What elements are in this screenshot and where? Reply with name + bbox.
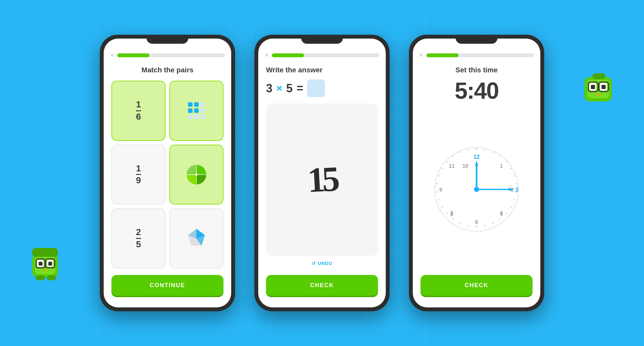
phone-bottom-2: CHECK <box>258 275 386 307</box>
fraction-numerator: 1 <box>136 164 141 175</box>
phone-1: × Match the pairs 1 6 <box>100 35 235 311</box>
svg-point-14 <box>510 168 512 169</box>
diamond-icon <box>185 227 208 250</box>
pair-card-fraction-2-5[interactable]: 2 5 <box>111 208 166 269</box>
svg-point-25 <box>468 225 469 226</box>
svg-point-35 <box>446 161 448 163</box>
handwritten-answer: 15 <box>307 159 338 201</box>
phone-bottom-1: CONTINUE <box>104 275 231 307</box>
svg-point-33 <box>438 175 440 177</box>
grid-dot <box>194 108 199 113</box>
svg-point-21 <box>499 218 501 220</box>
svg-text:11: 11 <box>449 163 455 169</box>
continue-button[interactable]: CONTINUE <box>111 275 223 296</box>
notch-2 <box>301 35 343 44</box>
svg-point-28 <box>446 213 448 214</box>
svg-point-27 <box>452 218 454 220</box>
write-title: Write the answer <box>266 66 378 74</box>
fraction-denominator: 6 <box>136 112 141 122</box>
fraction-numerator: 1 <box>136 100 141 111</box>
fraction-1-6: 1 6 <box>136 100 141 122</box>
fraction-denominator: 9 <box>136 176 141 186</box>
svg-point-30 <box>438 199 440 200</box>
progress-bar-fill-1 <box>117 53 149 57</box>
cube-left <box>29 243 68 282</box>
fraction-2-5: 2 5 <box>136 227 141 250</box>
pair-card-diamond[interactable] <box>169 208 223 269</box>
eq-eq: = <box>297 82 303 95</box>
svg-point-29 <box>441 206 443 208</box>
progress-bar-bg-2 <box>272 53 379 57</box>
svg-point-12 <box>499 156 501 157</box>
eq-mid: 5 <box>286 82 293 95</box>
svg-text:3: 3 <box>515 187 518 193</box>
close-button-2[interactable]: × <box>265 51 269 59</box>
svg-point-20 <box>506 213 507 214</box>
phone-3: × Set this time 5:40 <box>409 35 544 311</box>
content-2: Write the answer 3 × 5 = 15 ↺ UNDO <box>258 63 386 275</box>
svg-point-31 <box>436 191 438 193</box>
grid-dot-empty <box>200 114 205 119</box>
svg-point-26 <box>459 223 461 224</box>
grid-dot <box>194 102 199 107</box>
svg-point-53 <box>474 187 479 192</box>
grid-dot-empty <box>188 114 193 119</box>
check-button-3[interactable]: CHECK <box>421 275 533 296</box>
check-button-2[interactable]: CHECK <box>266 275 378 296</box>
svg-point-16 <box>516 183 517 184</box>
svg-rect-61 <box>48 262 52 266</box>
svg-point-15 <box>514 175 515 177</box>
content-3: Set this time 5:40 <box>413 63 540 275</box>
svg-point-23 <box>484 225 486 226</box>
pair-card-pie[interactable] <box>169 145 223 205</box>
time-title: Set this time <box>421 66 533 74</box>
svg-point-19 <box>510 206 512 208</box>
pair-card-grid[interactable] <box>169 81 223 141</box>
phone-2: × Write the answer 3 × 5 = 15 ↺ UNDO C <box>254 35 390 311</box>
pair-card-fraction-1-9[interactable]: 1 9 <box>111 145 166 205</box>
eq-op: × <box>276 82 282 94</box>
svg-point-67 <box>35 275 45 280</box>
progress-bar-bg-1 <box>117 53 225 57</box>
grid-icon <box>188 102 205 119</box>
progress-bar-fill-3 <box>426 53 459 57</box>
close-button-3[interactable]: × <box>419 51 423 59</box>
svg-rect-74 <box>601 85 606 89</box>
progress-bar-bg-3 <box>426 53 534 57</box>
pair-card-fraction-1-6[interactable]: 1 6 <box>111 81 166 141</box>
svg-point-37 <box>459 152 461 153</box>
notch-3 <box>456 35 497 44</box>
svg-text:5: 5 <box>500 212 503 217</box>
svg-point-68 <box>47 275 56 280</box>
svg-text:9: 9 <box>440 187 442 193</box>
svg-text:12: 12 <box>473 154 480 160</box>
undo-button[interactable]: ↺ UNDO <box>266 261 378 266</box>
draw-area[interactable]: 15 <box>266 104 378 256</box>
svg-rect-60 <box>39 262 43 266</box>
grid-dot <box>188 108 193 113</box>
svg-rect-73 <box>591 85 595 89</box>
svg-text:1: 1 <box>500 163 503 169</box>
svg-point-9 <box>476 149 478 150</box>
svg-text:6: 6 <box>475 219 478 225</box>
svg-point-24 <box>476 226 478 227</box>
content-1: Match the pairs 1 6 <box>104 63 231 275</box>
eq-answer-box[interactable] <box>307 79 325 97</box>
svg-rect-79 <box>592 73 605 79</box>
phone-bottom-3: CHECK <box>413 275 540 307</box>
undo-label: UNDO <box>318 261 332 266</box>
svg-point-22 <box>492 223 494 224</box>
svg-text:10: 10 <box>462 163 468 169</box>
notch-1 <box>147 35 188 44</box>
close-button-1[interactable]: × <box>110 51 114 59</box>
grid-dot <box>188 102 193 107</box>
fraction-denominator: 5 <box>136 240 141 250</box>
svg-point-38 <box>468 150 469 151</box>
grid-dot-empty <box>194 114 199 119</box>
cube-left-svg <box>29 243 68 282</box>
clock-container: 12 1 2 4 6 7 9 11 10 3 5 8 <box>421 110 533 269</box>
analog-clock[interactable]: 12 1 2 4 6 7 9 11 10 3 5 8 <box>430 143 523 236</box>
cube-right <box>583 71 618 106</box>
svg-rect-66 <box>32 248 58 257</box>
cube-right-svg <box>583 71 618 106</box>
